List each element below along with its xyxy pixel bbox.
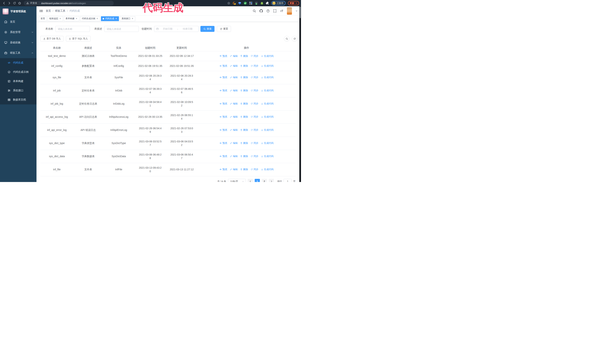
start-date-input[interactable]: 开始日期 — [159, 27, 177, 31]
scrollbar-thumb[interactable] — [300, 7, 301, 18]
row-action-link[interactable]: 删除 — [240, 128, 248, 132]
sidebar-logo[interactable]: 芋道管理系统 — [0, 6, 36, 17]
row-action-link[interactable]: 生成代码 — [261, 89, 274, 92]
fullscreen-icon[interactable] — [273, 9, 277, 13]
tab-close-icon[interactable]: ✕ — [115, 17, 117, 20]
sidebar-submenu-item[interactable]: 系统接口 — [0, 86, 36, 95]
table-name-input[interactable] — [55, 26, 90, 32]
row-action-link[interactable]: 预览 — [219, 141, 227, 145]
row-action-link[interactable]: 编辑 — [230, 102, 238, 105]
prev-page-button[interactable] — [248, 179, 253, 182]
row-action-link[interactable]: 生成代码 — [261, 75, 274, 79]
row-action-link[interactable]: 同步 — [251, 54, 258, 58]
user-avatar[interactable] — [287, 7, 292, 15]
row-action-link[interactable]: 同步 — [251, 102, 258, 105]
ext-droid-icon[interactable] — [260, 1, 264, 5]
toggle-search-button[interactable] — [284, 36, 290, 42]
row-action-link[interactable]: 预览 — [219, 64, 227, 68]
sidebar-menu-item[interactable]: 系统管理 — [0, 27, 36, 37]
tab-close-icon[interactable]: ✕ — [59, 17, 61, 20]
search-icon[interactable] — [253, 9, 256, 13]
row-action-link[interactable]: 预览 — [219, 89, 227, 92]
breadcrumb-link[interactable]: 研发工具 — [55, 9, 65, 12]
star-icon[interactable] — [227, 2, 230, 5]
hamburger-icon[interactable] — [39, 9, 43, 13]
fontsize-icon[interactable] — [280, 9, 283, 13]
row-action-link[interactable]: 预览 — [219, 115, 227, 118]
row-action-link[interactable]: 编辑 — [230, 75, 238, 79]
tab-close-icon[interactable]: ✕ — [75, 17, 78, 20]
github-icon[interactable] — [259, 9, 263, 13]
window-scrollbar[interactable] — [299, 6, 301, 182]
row-action-link[interactable]: 编辑 — [230, 54, 238, 58]
page-number-button[interactable]: 1 — [255, 179, 260, 182]
view-tab[interactable]: 表单构建 ✕ — [64, 16, 79, 21]
row-action-link[interactable]: 编辑 — [230, 154, 238, 158]
row-action-link[interactable]: 删除 — [240, 54, 248, 58]
import-db-button[interactable]: 基于 DB 导入 — [40, 36, 64, 42]
ext-gem-icon[interactable] — [238, 1, 241, 5]
chevron-down-icon[interactable] — [295, 10, 298, 12]
row-action-link[interactable]: 删除 — [240, 167, 248, 171]
browser-reload-button[interactable] — [12, 0, 17, 6]
browser-update-button[interactable]: 更新 ⋮ — [288, 1, 299, 5]
row-action-link[interactable]: 删除 — [240, 89, 248, 92]
url-bar[interactable]: 不安全 dashboard.yudao.iocoder.cn/tool/code… — [24, 1, 114, 6]
row-action-link[interactable]: 删除 — [240, 154, 248, 158]
row-action-link[interactable]: 预览 — [219, 54, 227, 58]
row-action-link[interactable]: 预览 — [219, 102, 227, 105]
row-action-link[interactable]: 删除 — [240, 141, 248, 145]
row-action-link[interactable]: 编辑 — [230, 141, 238, 145]
row-action-link[interactable]: 编辑 — [230, 115, 238, 118]
row-action-link[interactable]: 编辑 — [230, 167, 238, 171]
tab-close-icon[interactable]: ✕ — [96, 17, 98, 20]
row-action-link[interactable]: 预览 — [219, 128, 227, 132]
row-action-link[interactable]: 生成代码 — [261, 154, 274, 158]
row-action-link[interactable]: 预览 — [219, 167, 227, 171]
sidebar-submenu-item[interactable]: 代码生成示例 — [0, 67, 36, 77]
row-action-link[interactable]: 同步 — [251, 167, 258, 171]
table-desc-input[interactable] — [104, 26, 139, 32]
row-action-link[interactable]: 生成代码 — [261, 115, 274, 118]
view-tab[interactable]: 代码生成 ✕ — [101, 16, 119, 21]
browser-back-button[interactable] — [1, 0, 7, 6]
row-action-link[interactable]: 生成代码 — [261, 54, 274, 58]
tab-close-icon[interactable]: ✕ — [131, 17, 134, 20]
browser-forward-button[interactable] — [7, 0, 12, 6]
search-button[interactable]: 搜索 — [200, 26, 215, 32]
row-action-link[interactable]: 编辑 — [230, 128, 238, 132]
breadcrumb-link[interactable]: 首页 — [46, 9, 51, 12]
row-action-link[interactable]: 同步 — [251, 128, 258, 132]
sidebar-menu-item[interactable]: 研发工具 — [0, 48, 36, 58]
sidebar-submenu-item[interactable]: 表单构建 — [0, 77, 36, 86]
reset-button[interactable]: 重置 — [217, 26, 231, 32]
ext-check-icon[interactable] — [244, 1, 247, 5]
row-action-link[interactable]: 同步 — [251, 115, 258, 118]
sidebar-submenu-item[interactable]: 代码生成 — [0, 58, 36, 67]
row-action-link[interactable]: 生成代码 — [261, 102, 274, 105]
row-action-link[interactable]: 编辑 — [230, 89, 238, 92]
row-action-link[interactable]: 生成代码 — [261, 128, 274, 132]
view-tab[interactable]: 代码生成示例 ✕ — [80, 16, 100, 21]
view-tab[interactable]: 链路追踪 ✕ — [48, 16, 63, 21]
page-size-select[interactable]: 10条/页 — [228, 179, 246, 182]
row-action-link[interactable]: 同步 — [251, 141, 258, 145]
row-action-link[interactable]: 同步 — [251, 75, 258, 79]
row-action-link[interactable]: 生成代码 — [261, 141, 274, 145]
ext-puzzle-icon[interactable] — [266, 1, 269, 5]
row-action-link[interactable]: 删除 — [240, 102, 248, 105]
kebab-menu-icon[interactable]: ⋮ — [295, 2, 297, 4]
view-tab[interactable]: 首页 — [39, 16, 47, 21]
sidebar-menu-item[interactable]: 首页 — [0, 17, 36, 27]
row-action-link[interactable]: 生成代码 — [261, 167, 274, 171]
row-action-link[interactable]: 生成代码 — [261, 64, 274, 68]
ext-dark-on-icon[interactable]: on — [255, 1, 258, 5]
row-action-link[interactable]: 预览 — [219, 154, 227, 158]
row-action-link[interactable]: 删除 — [240, 64, 248, 68]
sidebar-menu-item[interactable]: 基础设施 — [0, 37, 36, 48]
end-date-input[interactable]: 结束日期 — [179, 27, 196, 31]
next-page-button[interactable] — [269, 179, 274, 182]
ext-grid-icon[interactable] — [249, 1, 252, 5]
question-icon[interactable] — [266, 9, 270, 13]
row-action-link[interactable]: 编辑 — [230, 64, 238, 68]
